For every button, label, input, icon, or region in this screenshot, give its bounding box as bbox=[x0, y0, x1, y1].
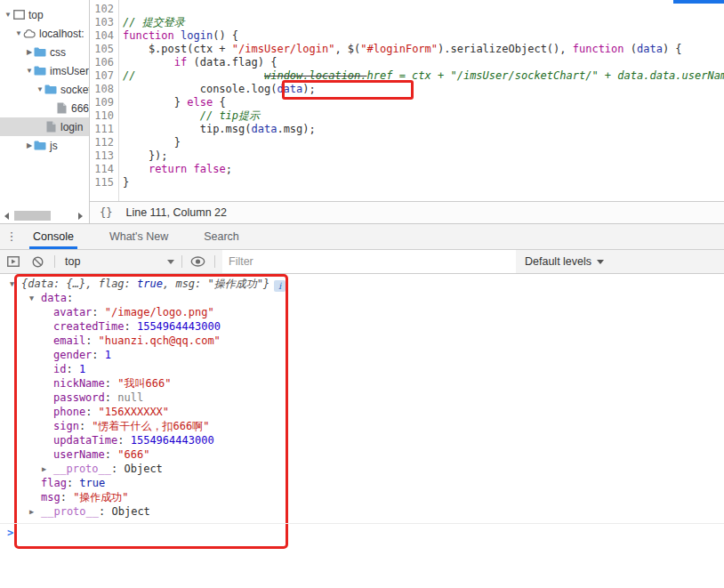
tree-item-imsuser[interactable]: ▼imsUser bbox=[0, 61, 89, 80]
tree-item-666[interactable]: 666 bbox=[0, 99, 89, 117]
code-lines: 102103// 提交登录104function login() {105 $.… bbox=[90, 0, 724, 201]
code-line: 115} bbox=[90, 176, 724, 189]
code-line: 113 }); bbox=[90, 149, 724, 163]
expand-arrow-icon[interactable]: ▼ bbox=[29, 291, 34, 305]
disclosure-arrow-icon[interactable]: ▼ bbox=[4, 11, 12, 19]
navigator-horizontal-scrollbar[interactable] bbox=[0, 209, 89, 222]
code-line: 111 tip.msg(data.msg); bbox=[90, 123, 724, 136]
line-number[interactable]: 107 bbox=[90, 69, 119, 83]
chevron-down-icon bbox=[167, 260, 174, 264]
console-sidebar-toggle-icon[interactable] bbox=[7, 256, 20, 267]
disclosure-arrow-icon[interactable]: ▶ bbox=[25, 48, 34, 56]
tree-item-login[interactable]: login bbox=[0, 117, 89, 136]
console-object-row: ▶__proto__: Object bbox=[0, 504, 724, 519]
code-line-text: // tip提示 bbox=[119, 109, 260, 123]
code-editor[interactable]: 102103// 提交登录104function login() {105 $.… bbox=[90, 0, 724, 223]
tree-item-css[interactable]: ▶css bbox=[0, 43, 89, 61]
chevron-down-icon bbox=[597, 260, 604, 264]
disclosure-arrow-icon[interactable]: ▼ bbox=[36, 85, 44, 93]
code-line-text bbox=[119, 3, 123, 16]
pretty-print-icon[interactable]: {} bbox=[100, 206, 112, 219]
line-number[interactable]: 110 bbox=[90, 109, 119, 123]
filter-input[interactable] bbox=[222, 250, 516, 273]
tree-item-top[interactable]: ▼top bbox=[0, 5, 89, 24]
console-object-row: ▼data: bbox=[0, 291, 724, 305]
console-tab-bar: ⋮ ConsoleWhat's NewSearch bbox=[0, 224, 724, 250]
line-number[interactable]: 114 bbox=[90, 163, 119, 176]
console-object-row: userName: "666" bbox=[0, 447, 724, 462]
code-line-text: // window.location.href = ctx + "/imsUse… bbox=[119, 69, 724, 83]
folder-icon bbox=[34, 65, 46, 77]
console-object-row: updataTime: 1554964443000 bbox=[0, 433, 724, 447]
expand-arrow-icon[interactable]: ▶ bbox=[42, 462, 46, 476]
tab-list: ConsoleWhat's NewSearch bbox=[23, 224, 249, 249]
line-number[interactable]: 113 bbox=[90, 149, 119, 163]
scrollbar-thumb[interactable] bbox=[14, 211, 51, 221]
line-number[interactable]: 115 bbox=[90, 176, 119, 189]
devtools-window: ▼top▼localhost:▶css▼imsUser▼socket666log… bbox=[0, 0, 724, 588]
tree-item-label: js bbox=[50, 140, 58, 152]
line-number[interactable]: 106 bbox=[90, 56, 119, 69]
line-number[interactable]: 108 bbox=[90, 83, 119, 96]
tree-item-label: imsUser bbox=[50, 65, 89, 77]
expand-arrow-icon[interactable]: ▼ bbox=[10, 277, 14, 291]
console-object-row: sign: "愣着干什么，扣666啊" bbox=[0, 419, 724, 433]
clear-console-icon[interactable] bbox=[32, 256, 44, 268]
expand-arrow-icon[interactable]: ▶ bbox=[29, 504, 34, 519]
disclosure-arrow-icon[interactable]: ▶ bbox=[25, 141, 34, 149]
code-line-text: if (data.flag) { bbox=[119, 56, 277, 69]
tab-console[interactable]: Console bbox=[23, 224, 84, 249]
console-prompt-row[interactable]: > bbox=[0, 523, 724, 539]
tree-item-localhost[interactable]: ▼localhost: bbox=[0, 24, 89, 43]
code-line-text: } bbox=[119, 176, 129, 189]
tab-what-s-new[interactable]: What's New bbox=[100, 224, 178, 249]
code-line-text: tip.msg(data.msg); bbox=[119, 123, 316, 136]
console-output: ▼{data: {…}, flag: true, msg: "操作成功"}i▼d… bbox=[0, 274, 724, 588]
code-line: 104function login() { bbox=[90, 29, 724, 43]
line-number[interactable]: 109 bbox=[90, 96, 119, 109]
live-expression-eye-icon[interactable] bbox=[190, 256, 205, 267]
navigator-pane: ▼top▼localhost:▶css▼imsUser▼socket666log… bbox=[0, 0, 90, 223]
tab-search[interactable]: Search bbox=[194, 224, 249, 249]
code-line-text: } bbox=[119, 136, 181, 149]
console-object-row: msg: "操作成功" bbox=[0, 490, 724, 504]
code-line: 112 } bbox=[90, 136, 724, 149]
tree-item-label: localhost: bbox=[39, 28, 84, 40]
log-levels-dropdown[interactable]: Default levels bbox=[525, 250, 604, 273]
tree-item-label: login bbox=[60, 121, 83, 133]
frame-icon bbox=[12, 9, 25, 21]
line-number[interactable]: 105 bbox=[90, 43, 119, 56]
code-line-text: function login() { bbox=[119, 29, 238, 43]
tree-item-label: css bbox=[50, 46, 66, 59]
more-tools-kebab-icon[interactable]: ⋮ bbox=[0, 224, 23, 249]
file-tree: ▼top▼localhost:▶css▼imsUser▼socket666log… bbox=[0, 5, 89, 155]
log-levels-label: Default levels bbox=[525, 255, 591, 268]
console-rows: ▼{data: {…}, flag: true, msg: "操作成功"}i▼d… bbox=[0, 277, 724, 519]
line-number[interactable]: 103 bbox=[90, 16, 119, 29]
line-number[interactable]: 112 bbox=[90, 136, 119, 149]
code-line: 107// window.location.href = ctx + "/ims… bbox=[90, 69, 724, 83]
code-line-text: // 提交登录 bbox=[119, 16, 185, 29]
tree-item-js[interactable]: ▶js bbox=[0, 136, 89, 155]
disclosure-arrow-icon[interactable]: ▼ bbox=[14, 29, 23, 37]
console-object-row: createdTime: 1554964443000 bbox=[0, 319, 724, 334]
console-object-row: ▼{data: {…}, flag: true, msg: "操作成功"}i bbox=[0, 277, 724, 291]
code-line: 109 } else { bbox=[90, 96, 724, 109]
scroll-left-arrow-icon[interactable] bbox=[4, 213, 9, 220]
line-number[interactable]: 102 bbox=[90, 3, 119, 16]
disclosure-arrow-icon[interactable]: ▼ bbox=[25, 67, 34, 75]
cursor-position: Line 111, Column 22 bbox=[125, 206, 227, 219]
console-object-row: flag: true bbox=[0, 476, 724, 490]
code-line-text: }); bbox=[119, 149, 168, 163]
line-number[interactable]: 111 bbox=[90, 123, 119, 136]
code-line: 102 bbox=[90, 3, 724, 16]
line-number[interactable]: 104 bbox=[90, 29, 119, 43]
console-toolbar: top Default levels bbox=[0, 250, 724, 274]
javascript-context-selector[interactable]: top bbox=[59, 250, 181, 273]
tree-item-socket[interactable]: ▼socket bbox=[0, 80, 89, 99]
console-object-row: phone: "156XXXXXX" bbox=[0, 405, 724, 419]
code-line: 103// 提交登录 bbox=[90, 16, 724, 29]
file-icon bbox=[44, 121, 57, 133]
scroll-right-arrow-icon[interactable] bbox=[78, 213, 83, 220]
code-line: 106 if (data.flag) { bbox=[90, 56, 724, 69]
